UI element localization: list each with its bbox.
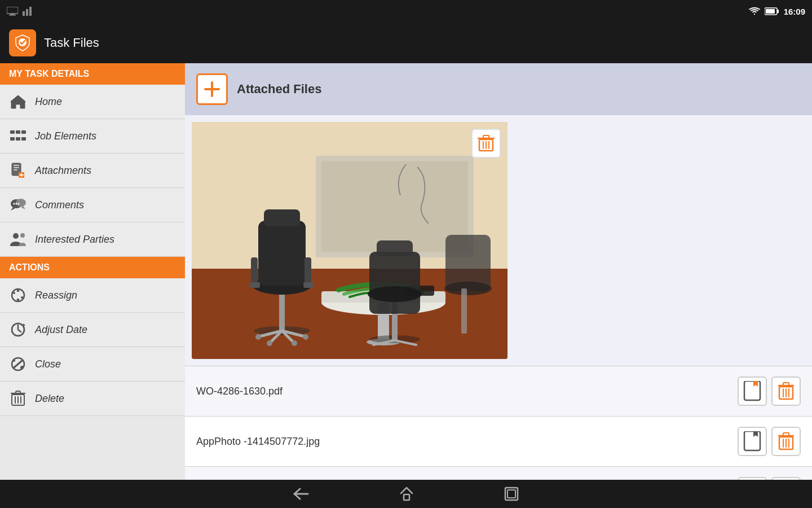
delete-button-1[interactable] [771, 376, 801, 406]
bookmark-icon-1 [743, 381, 761, 401]
image-container [192, 122, 508, 359]
attached-files-header: Attached Files [185, 63, 812, 115]
sidebar-item-close[interactable]: Close [0, 347, 185, 382]
bookmark-button-1[interactable] [738, 376, 767, 406]
adjust-date-icon [9, 321, 27, 339]
svg-rect-19 [14, 169, 17, 170]
sidebar-job-elements-label: Job Elements [35, 130, 96, 142]
add-file-icon [202, 79, 222, 99]
bar-chart-icon [23, 7, 32, 16]
app-header: Task Files [0, 23, 812, 63]
sidebar-adjust-date-label: Adjust Date [35, 324, 87, 336]
interested-parties-icon [9, 230, 27, 248]
svg-rect-70 [304, 257, 311, 286]
svg-point-29 [18, 203, 20, 205]
content-area: Attached Files [185, 63, 812, 480]
svg-rect-8 [766, 9, 775, 14]
wifi-icon [749, 7, 760, 16]
office-scene-svg [192, 122, 508, 359]
svg-rect-67 [264, 209, 300, 226]
svg-rect-103 [783, 433, 789, 436]
svg-point-34 [21, 296, 23, 299]
sidebar-item-adjust-date[interactable]: Adjust Date [0, 313, 185, 347]
sidebar-item-comments[interactable]: Comments [0, 188, 185, 222]
sidebar-item-reassign[interactable]: Reassign [0, 278, 185, 313]
svg-rect-22 [19, 174, 24, 176]
delete-button-3[interactable] [771, 477, 801, 480]
status-bar-right: 16:09 [749, 7, 805, 16]
svg-rect-13 [10, 137, 15, 141]
bottom-nav [0, 480, 812, 508]
sidebar-attachments-label: Attachments [35, 165, 91, 177]
svg-rect-11 [16, 130, 20, 134]
svg-rect-3 [23, 11, 25, 16]
svg-rect-89 [483, 135, 489, 138]
svg-point-31 [20, 233, 25, 238]
sidebar-close-label: Close [35, 358, 61, 370]
sidebar: MY TASK DETAILS Home [0, 63, 185, 480]
svg-rect-1 [10, 14, 15, 15]
svg-rect-14 [16, 137, 20, 141]
file-row-1: WO-4286-1630.pdf [185, 366, 812, 416]
file-name-2: AppPhoto -1414507772.jpg [196, 436, 738, 448]
bookmark-button-3[interactable] [738, 477, 767, 480]
sidebar-item-home[interactable]: Home [0, 85, 185, 119]
svg-point-85 [444, 282, 492, 295]
svg-point-64 [292, 340, 297, 346]
back-button[interactable] [293, 488, 309, 500]
svg-rect-66 [258, 221, 306, 286]
shield-check-icon [14, 34, 32, 52]
svg-point-62 [303, 334, 308, 340]
app-logo [9, 29, 36, 56]
svg-point-25 [16, 199, 26, 207]
svg-rect-69 [250, 282, 260, 288]
home-button[interactable] [399, 487, 414, 501]
sidebar-item-attachments[interactable]: Attachments [0, 154, 185, 188]
home-icon [9, 93, 27, 111]
svg-point-63 [267, 340, 272, 346]
recent-apps-button[interactable] [504, 487, 519, 501]
svg-rect-10 [10, 130, 15, 134]
svg-rect-71 [303, 282, 314, 288]
svg-rect-12 [21, 130, 26, 134]
svg-rect-7 [777, 10, 779, 13]
svg-rect-86 [461, 288, 467, 334]
sidebar-home-label: Home [35, 96, 62, 108]
file-row-3: AppPhoto -1414602344.jpg [185, 466, 812, 480]
bookmark-icon-2 [743, 431, 761, 452]
svg-point-28 [16, 203, 17, 205]
trash-icon-2 [778, 432, 794, 450]
sidebar-interested-parties-label: Interested Parties [35, 234, 114, 246]
delete-button-2[interactable] [771, 427, 801, 456]
file-name-1: WO-4286-1630.pdf [196, 386, 738, 397]
svg-rect-17 [14, 165, 19, 166]
svg-rect-117 [508, 490, 515, 498]
back-arrow-icon [293, 488, 309, 500]
trash-orange-icon [477, 134, 495, 152]
status-bar-left [7, 7, 32, 16]
app-title: Task Files [44, 36, 99, 50]
sidebar-item-job-elements[interactable]: Job Elements [0, 119, 185, 154]
svg-rect-115 [404, 494, 409, 500]
svg-rect-0 [7, 7, 18, 14]
svg-rect-2 [9, 15, 16, 16]
bookmark-button-2[interactable] [738, 427, 767, 456]
svg-point-30 [13, 233, 19, 239]
svg-point-40 [20, 366, 24, 369]
svg-rect-96 [783, 383, 789, 386]
attached-image [192, 122, 508, 359]
svg-point-27 [14, 203, 15, 205]
comments-icon [9, 196, 27, 214]
svg-rect-5 [29, 7, 32, 16]
sidebar-item-interested-parties[interactable]: Interested Parties [0, 222, 185, 257]
sidebar-delete-label: Delete [35, 393, 64, 405]
file-actions-2 [738, 427, 801, 456]
file-actions-3 [738, 477, 801, 480]
attachments-icon [9, 161, 27, 179]
image-delete-button[interactable] [471, 129, 501, 158]
svg-rect-18 [14, 167, 19, 168]
add-file-button[interactable] [196, 73, 228, 105]
sidebar-item-delete[interactable]: Delete [0, 382, 185, 416]
delete-icon [9, 389, 27, 408]
file-actions-1 [738, 376, 801, 406]
